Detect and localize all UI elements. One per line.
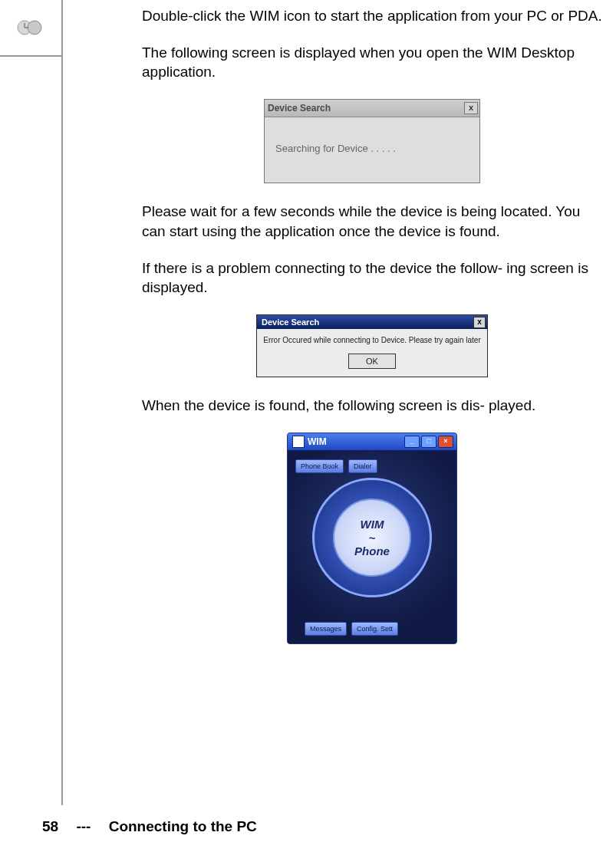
tab-config[interactable]: Config. Sett bbox=[351, 622, 398, 636]
margin-decorative-icon bbox=[15, 19, 44, 36]
wim-center-line1: WIM bbox=[361, 518, 384, 531]
device-search-dialog: Device Search x Searching for Device . .… bbox=[264, 99, 480, 184]
wim-dial-label: WIM ~ Phone bbox=[333, 498, 411, 577]
margin-rule-horizontal bbox=[0, 55, 61, 57]
paragraph-4: If there is a problem connecting to the … bbox=[142, 258, 602, 298]
maximize-icon[interactable]: □ bbox=[421, 436, 436, 448]
page-footer: 58 --- Connecting to the PC bbox=[42, 817, 257, 837]
main-content: Double-click the WIM icon to start the a… bbox=[142, 6, 602, 668]
close-icon[interactable]: x bbox=[473, 317, 486, 328]
paragraph-3: Please wait for a few seconds while the … bbox=[142, 202, 602, 241]
ok-button[interactable]: OK bbox=[348, 354, 396, 370]
wim-center-line2: ~ bbox=[369, 531, 376, 544]
section-title: Connecting to the PC bbox=[109, 818, 257, 834]
wim-dial: WIM ~ Phone bbox=[312, 478, 432, 597]
paragraph-5: When the device is found, the following … bbox=[142, 396, 602, 416]
wim-center-line3: Phone bbox=[354, 544, 390, 558]
close-icon[interactable]: x bbox=[464, 102, 478, 114]
paragraph-2: The following screen is displayed when y… bbox=[142, 43, 602, 82]
wim-title: WIM bbox=[308, 436, 404, 448]
wim-app-icon bbox=[292, 436, 305, 448]
tab-phonebook[interactable]: Phone Book bbox=[295, 459, 344, 473]
margin-rule-vertical bbox=[61, 0, 63, 805]
error-dialog-title: Device Search bbox=[262, 317, 319, 328]
minimize-icon[interactable]: _ bbox=[404, 436, 420, 448]
close-icon[interactable]: × bbox=[438, 436, 453, 448]
page-number: 58 bbox=[42, 818, 58, 834]
error-dialog-message: Error Occured while connecting to Device… bbox=[263, 335, 481, 346]
svg-point-1 bbox=[28, 21, 41, 35]
tab-messages[interactable]: Messages bbox=[305, 622, 347, 636]
device-search-title: Device Search bbox=[268, 102, 331, 114]
error-dialog: Device Search x Error Occured while conn… bbox=[256, 314, 488, 377]
paragraph-1: Double-click the WIM icon to start the a… bbox=[142, 6, 602, 26]
device-search-body: Searching for Device . . . . . bbox=[265, 117, 479, 183]
tab-dialer[interactable]: Dialer bbox=[348, 459, 377, 473]
wim-app-window: WIM _ □ × Phone Book Dialer WIM ~ Phone bbox=[287, 433, 457, 644]
footer-separator: --- bbox=[76, 818, 91, 834]
